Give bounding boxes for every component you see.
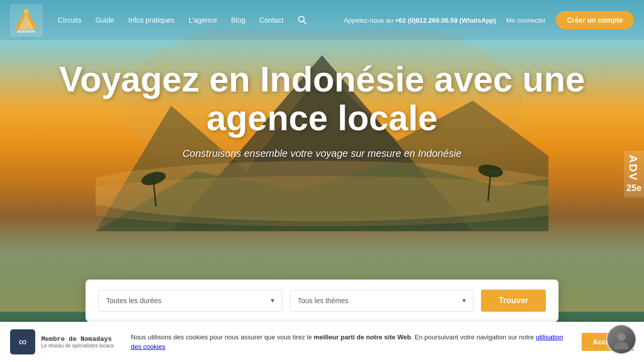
nomadays-logo: ∞ — [10, 329, 35, 354]
cookie-banner: ∞ Membre de Nomadays Le réseau de spécia… — [0, 322, 644, 362]
nomadays-title: Membre de Nomadays — [41, 335, 114, 343]
nomadays-text-block: Membre de Nomadays Le réseau de spéciali… — [41, 335, 114, 348]
nomadays-subtitle: Le réseau de spécialistes locaux — [41, 343, 114, 348]
avatar[interactable] — [606, 324, 636, 354]
hero-title: Voyagez en Indonésie avec une agence loc… — [20, 60, 624, 138]
search-button[interactable]: Trouver — [481, 290, 546, 312]
duration-select-wrapper: Toutes les durées ▼ — [98, 290, 282, 312]
create-account-button[interactable]: Créer un compte — [556, 11, 634, 29]
duration-value: Toutes les durées — [106, 297, 162, 305]
logo[interactable]: ADENITH — [10, 4, 43, 37]
svg-point-16 — [617, 333, 625, 341]
phone-label: Appelez-nous au +62 (0)812.269.06.59 (Wh… — [344, 17, 496, 24]
duration-select[interactable]: Toutes les durées ▼ — [98, 290, 282, 312]
main-nav: Circuits Guide Infos pratiques L'agence … — [58, 16, 344, 25]
nav-agence[interactable]: L'agence — [189, 16, 217, 24]
nav-circuits[interactable]: Circuits — [58, 16, 82, 24]
me-connecter-button[interactable]: Me connecter — [506, 17, 546, 24]
adv-watermark: ADV 25e — [624, 151, 644, 198]
search-icon[interactable] — [298, 16, 307, 25]
theme-select[interactable]: Tous les thèmes ▼ — [290, 290, 474, 312]
cookie-highlight: meilleur parti de notre site Web — [313, 333, 411, 341]
nav-blog[interactable]: Blog — [231, 16, 245, 24]
adv-number: 25e — [626, 183, 641, 194]
cookie-message: Nous utilisons des cookies pour nous ass… — [131, 332, 572, 352]
hero-content: Voyagez en Indonésie avec une agence loc… — [0, 60, 644, 159]
adv-text: ADV — [626, 155, 639, 181]
theme-chevron-icon: ▼ — [461, 297, 467, 304]
nav-contact[interactable]: Contact — [259, 16, 283, 24]
nav-guide[interactable]: Guide — [96, 16, 114, 24]
theme-select-wrapper: Tous les thèmes ▼ — [290, 290, 474, 312]
search-bar: Toutes les durées ▼ Tous les thèmes ▼ Tr… — [86, 280, 558, 322]
duration-chevron-icon: ▼ — [270, 297, 276, 304]
nomadays-logo-icon: ∞ — [19, 335, 27, 348]
svg-line-15 — [303, 21, 306, 24]
cookie-text-part1: Nous utilisons des cookies pour nous ass… — [131, 333, 313, 341]
avatar-image — [607, 325, 635, 353]
nav-infos[interactable]: Infos pratiques — [128, 16, 175, 24]
theme-value: Tous les thèmes — [298, 297, 349, 305]
phone-number: +62 (0)812.269.06.59 (WhatsApp) — [395, 17, 496, 24]
header: ADENITH Circuits Guide Infos pratiques L… — [0, 0, 644, 40]
svg-point-12 — [24, 9, 29, 14]
nomadays-badge: ∞ Membre de Nomadays Le réseau de spécia… — [10, 329, 121, 354]
svg-point-17 — [614, 342, 628, 349]
hero-subtitle: Construisons ensemble votre voyage sur m… — [20, 148, 624, 159]
header-right: Appelez-nous au +62 (0)812.269.06.59 (Wh… — [344, 11, 634, 29]
svg-text:ADENITH: ADENITH — [17, 29, 35, 34]
cookie-text-part2: . En poursuivant votre navigation sur no… — [411, 333, 536, 341]
